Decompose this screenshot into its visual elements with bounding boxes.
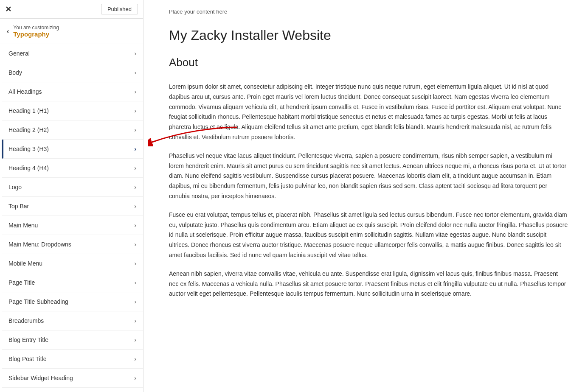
chevron-icon: › xyxy=(134,69,136,76)
sidebar-item[interactable]: All Headings› xyxy=(2,82,143,101)
chevron-icon: › xyxy=(134,146,136,152)
sidebar-item-label: Heading 3 (H3) xyxy=(8,146,49,152)
sidebar-item-label: Heading 4 (H4) xyxy=(8,165,49,171)
sidebar-item[interactable]: Page Title› xyxy=(2,273,143,292)
sidebar-item[interactable]: Page Title Subheading› xyxy=(2,292,143,311)
sidebar-item-label: Top Bar xyxy=(8,203,29,210)
sidebar-item-label: Body xyxy=(8,69,22,76)
about-section: About xyxy=(169,56,568,69)
chevron-icon: › xyxy=(134,279,136,286)
sidebar-item-label: Blog Post Title xyxy=(8,356,47,362)
content-paragraph: Aenean nibh sapien, viverra vitae conval… xyxy=(169,269,568,299)
top-bar-controls: ✕ Published xyxy=(0,0,143,19)
sidebar-item-label: Heading 1 (H1) xyxy=(8,107,49,114)
content-paragraphs: Lorem ipsum dolor sit amet, consectetur … xyxy=(169,82,568,299)
chevron-icon: › xyxy=(134,298,136,305)
sidebar-item-label: Main Menu: Dropdowns xyxy=(8,241,71,248)
right-content: Place your content here My Zacky Install… xyxy=(143,0,585,392)
place-content-text: Place your content here xyxy=(169,8,568,15)
sidebar-item-label: Heading 2 (H2) xyxy=(8,126,49,133)
sidebar-item[interactable]: Heading 4 (H4)› xyxy=(2,159,143,178)
published-button[interactable]: Published xyxy=(101,4,138,14)
sidebar-item-label: Breadcrumbs xyxy=(8,317,44,324)
chevron-icon: › xyxy=(134,88,136,95)
content-paragraph: Phasellus vel neque vitae lacus aliquet … xyxy=(169,151,568,202)
chevron-icon: › xyxy=(134,184,136,190)
sidebar-item[interactable]: Heading 3 (H3)› xyxy=(2,140,143,159)
sidebar-item[interactable]: Heading 1 (H1)› xyxy=(2,101,143,120)
chevron-icon: › xyxy=(134,50,136,57)
sidebar-item[interactable]: Mobile Menu› xyxy=(2,254,143,273)
chevron-icon: › xyxy=(134,317,136,324)
back-button[interactable]: ‹ xyxy=(7,28,9,35)
chevron-icon: › xyxy=(134,241,136,248)
sidebar-item-label: Blog Entry Title xyxy=(8,336,48,343)
sidebar-item-label: Mobile Menu xyxy=(8,260,42,267)
sidebar-item[interactable]: Blog Entry Title› xyxy=(2,330,143,350)
sidebar-item-label: Page Title Subheading xyxy=(8,298,68,305)
sidebar-item[interactable]: Logo› xyxy=(2,178,143,197)
sidebar-item[interactable]: Main Menu› xyxy=(2,216,143,235)
chevron-icon: › xyxy=(134,375,136,381)
content-inner: Place your content here My Zacky Install… xyxy=(143,0,585,392)
chevron-icon: › xyxy=(134,336,136,343)
chevron-icon: › xyxy=(134,356,136,362)
sidebar-item[interactable]: Heading 2 (H2)› xyxy=(2,120,143,140)
sidebar-item-label: Page Title xyxy=(8,279,35,286)
chevron-icon: › xyxy=(134,203,136,210)
content-paragraph: Lorem ipsum dolor sit amet, consectetur … xyxy=(169,82,568,143)
sidebar-item-label: General xyxy=(8,50,30,57)
sidebar-item[interactable]: Blog Post Title› xyxy=(2,350,143,369)
left-panel: ✕ Published ‹ You are customizing Typogr… xyxy=(0,0,143,392)
customizing-header: ‹ You are customizing Typography xyxy=(0,19,143,44)
sidebar-item-label: Main Menu xyxy=(8,222,38,229)
chevron-icon: › xyxy=(134,126,136,133)
sidebar-item-label: All Headings xyxy=(8,88,42,95)
customizing-text: You are customizing Typography xyxy=(13,25,59,38)
about-heading: About xyxy=(169,56,568,69)
sidebar-item[interactable]: Body› xyxy=(2,63,143,82)
sidebar-item[interactable]: General› xyxy=(2,44,143,63)
sidebar-item[interactable]: Top Bar› xyxy=(2,197,143,216)
chevron-icon: › xyxy=(134,222,136,229)
chevron-icon: › xyxy=(134,260,136,267)
sidebar-item-label: Logo xyxy=(8,184,22,190)
content-paragraph: Fusce eu erat volutpat, tempus tellus et… xyxy=(169,210,568,260)
sidebar-item[interactable]: Main Menu: Dropdowns› xyxy=(2,235,143,254)
sidebar-item[interactable]: Breadcrumbs› xyxy=(2,311,143,330)
sidebar-items-list: General›Body›All Headings›Heading 1 (H1)… xyxy=(0,44,143,392)
sidebar-item-label: Sidebar Widget Heading xyxy=(8,375,73,381)
site-title: My Zacky Installer Website xyxy=(169,28,568,43)
sidebar-item[interactable]: Sidebar Widget Heading› xyxy=(2,369,143,388)
chevron-icon: › xyxy=(134,107,136,114)
chevron-icon: › xyxy=(134,165,136,171)
customizing-title: Typography xyxy=(13,31,59,38)
customizing-label: You are customizing xyxy=(13,25,59,31)
close-button[interactable]: ✕ xyxy=(5,5,11,14)
